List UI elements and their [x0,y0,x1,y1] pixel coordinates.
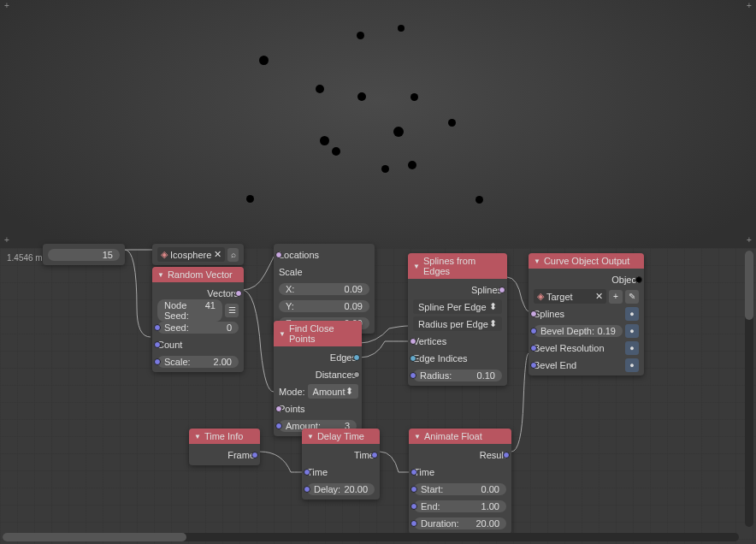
socket-in[interactable] [410,503,417,510]
clear-icon[interactable]: ✕ [214,249,221,260]
chevron-icon: ⬍ [489,318,497,329]
socket-out[interactable] [635,276,642,283]
chevron-icon: ⬍ [489,301,497,312]
radius-mode-dropdown[interactable]: Radius per Edge⬍ [413,316,502,331]
particle-dot [475,196,483,204]
socket-out[interactable] [499,287,505,293]
clear-icon[interactable]: ✕ [595,291,603,302]
socket-out[interactable] [353,354,360,361]
collapse-icon[interactable]: ▼ [157,271,164,279]
node-header[interactable]: ▼Delay Time [302,429,380,444]
socket-in[interactable] [530,345,537,352]
collapse-icon[interactable]: ▼ [279,330,286,338]
socket-in[interactable] [304,486,310,493]
socket-out[interactable] [353,371,360,378]
x-field[interactable]: X:0.09 [279,283,369,295]
particle-dot [332,147,340,156]
corner-icon[interactable]: + [2,2,12,12]
socket-out[interactable] [371,452,378,458]
node-fragment[interactable]: 15 [43,244,125,265]
socket-in[interactable] [410,372,416,379]
object-input-fragment[interactable]: ◈Icosphere✕ ⌕ [152,244,244,265]
node-header[interactable]: ▼Random Vector [152,267,244,282]
socket-in[interactable] [154,324,161,331]
viewport-3d[interactable]: + + + + [0,0,756,248]
collapse-icon[interactable]: ▼ [307,433,314,441]
socket-in[interactable] [410,486,417,493]
node-header[interactable]: ▼Curve Object Output [529,253,644,269]
y-field[interactable]: Y:0.09 [279,300,369,312]
node-random-vector[interactable]: ▼Random Vector Vectors Node Seed:41☰ See… [152,267,244,372]
scrollbar-thumb[interactable] [745,251,753,320]
socket-out[interactable] [251,452,258,458]
corner-icon[interactable]: + [744,2,754,12]
keyframe-button[interactable]: ● [625,341,639,355]
node-delay-time[interactable]: ▼Delay Time Time Time Delay:20.00 [302,429,380,500]
value-field[interactable]: 15 [48,249,120,261]
socket-in[interactable] [530,362,537,369]
scrollbar-thumb[interactable] [3,533,186,541]
corner-icon[interactable]: + [744,236,754,246]
socket-out[interactable] [235,290,242,297]
socket-in[interactable] [530,328,537,334]
socket-in[interactable] [275,423,282,429]
collapse-icon[interactable]: ▼ [414,433,421,441]
socket-in[interactable] [304,469,310,476]
end-field[interactable]: End:1.00 [414,500,506,512]
collapse-icon[interactable]: ▼ [413,263,420,270]
node-header[interactable]: ▼Splines from Edges [408,253,507,279]
add-icon[interactable]: + [609,290,623,304]
eyedropper-icon[interactable]: ⌕ [227,248,239,262]
spline-mode-dropdown[interactable]: Spline Per Edge⬍ [413,299,502,314]
socket-in[interactable] [275,251,282,258]
node-time-info[interactable]: ▼Time Info Frame [189,429,260,465]
node-curve-object-output[interactable]: ▼Curve Object Output Object ◈Target✕ + ✎… [529,253,644,375]
keyframe-button[interactable]: ● [625,324,639,338]
socket-in[interactable] [410,520,417,527]
list-icon[interactable]: ☰ [225,304,239,317]
particle-dot [316,85,324,93]
particle-dot [408,161,416,169]
collapse-icon[interactable]: ▼ [534,257,540,265]
node-splines-from-edges[interactable]: ▼Splines from Edges Splines Spline Per E… [408,253,507,386]
node-animate-float[interactable]: ▼Animate Float Result Time Start:0.00 En… [409,429,511,534]
particle-dot [320,136,329,145]
particle-dot [357,92,366,101]
collapse-icon[interactable]: ▼ [194,433,201,441]
start-field[interactable]: Start:0.00 [414,483,506,495]
seed-field[interactable]: Seed:0 [157,322,239,334]
particle-dot [381,165,389,173]
scrollbar-vertical[interactable] [745,251,753,527]
radius-field[interactable]: Radius:0.10 [413,370,502,381]
scrollbar-horizontal[interactable] [3,533,739,541]
keyframe-button[interactable]: ● [625,358,639,372]
socket-out[interactable] [503,452,510,458]
socket-in[interactable] [530,310,537,317]
node-editor[interactable]: 1.4546 ms 15 ◈Icosphere✕ ⌕ ▼Random Vecto… [0,248,756,544]
particle-dot [398,25,405,32]
corner-icon[interactable]: + [2,236,12,246]
mesh-icon: ◈ [537,291,544,302]
socket-in[interactable] [410,338,416,345]
eyedropper-icon[interactable]: ✎ [625,290,639,304]
node-header[interactable]: ▼Find Close Points [274,321,362,346]
delay-field[interactable]: Delay:20.00 [307,483,375,495]
target-object-field[interactable]: ◈Target✕ [534,289,606,304]
socket-in[interactable] [275,405,282,412]
object-field[interactable]: ◈Icosphere✕ [157,247,225,262]
particle-dot [448,119,456,127]
mode-dropdown[interactable]: Amount⬍ [308,384,358,399]
particle-dot [357,32,364,39]
node-header[interactable]: ▼Animate Float [409,429,511,444]
socket-in[interactable] [154,341,161,348]
keyframe-button[interactable]: ● [625,307,639,321]
socket-in[interactable] [410,469,417,476]
bevel-depth-field[interactable]: Bevel Depth:0.19 [534,325,623,337]
scale-field[interactable]: Scale:2.00 [157,356,239,368]
socket-in[interactable] [410,355,416,362]
node-header[interactable]: ▼Time Info [189,429,260,444]
node-find-close-points[interactable]: ▼Find Close Points Edges Distances Mode:… [274,321,362,436]
node-seed-field[interactable]: Node Seed:41 [157,299,222,322]
duration-field[interactable]: Duration:20.00 [414,517,506,529]
socket-in[interactable] [154,358,161,365]
